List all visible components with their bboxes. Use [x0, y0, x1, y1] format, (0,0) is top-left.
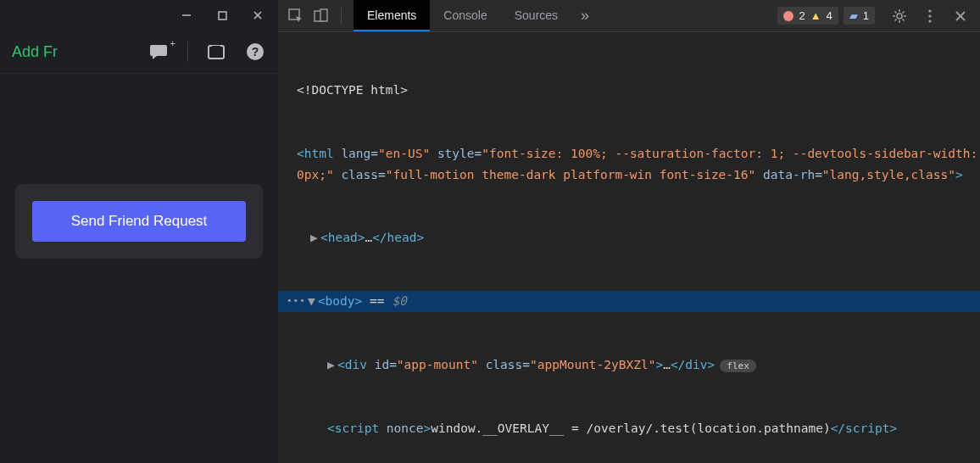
- help-icon[interactable]: ?: [244, 41, 266, 63]
- info-count: 1: [863, 9, 869, 22]
- devtools-pane: Elements Console Sources » 2 ▲4 ▰1: [278, 0, 980, 463]
- device-toolbar-icon[interactable]: [312, 7, 331, 25]
- svg-rect-10: [320, 9, 327, 21]
- devtools-close-icon[interactable]: [951, 7, 970, 25]
- svg-point-11: [897, 14, 902, 19]
- svg-rect-1: [219, 12, 226, 20]
- dom-doctype[interactable]: <!DOCTYPE html>: [287, 80, 980, 101]
- warning-icon: ▲: [810, 9, 821, 22]
- tab-sources[interactable]: Sources: [501, 0, 571, 31]
- devtools-tabs: Elements Console Sources »: [354, 0, 599, 31]
- tab-console[interactable]: Console: [430, 0, 500, 31]
- error-dot-icon: [783, 11, 793, 21]
- new-dm-icon[interactable]: +: [148, 41, 170, 63]
- svg-text:?: ?: [252, 45, 259, 59]
- toolbar-divider: [187, 42, 188, 62]
- app-body: Send Friend Request: [0, 74, 278, 463]
- inbox-icon[interactable]: [205, 41, 227, 63]
- dom-div-app-mount[interactable]: ▶<div id="app-mount" class="appMount-2yB…: [287, 354, 980, 376]
- maximize-button[interactable]: [210, 3, 234, 27]
- plus-badge-icon: +: [170, 38, 175, 48]
- window-titlebar: [0, 0, 278, 31]
- more-tabs-button[interactable]: »: [571, 0, 599, 31]
- dom-body-element-selected[interactable]: •••▼<body> == $0: [278, 291, 980, 312]
- close-button[interactable]: [246, 3, 270, 27]
- warning-count: 4: [827, 9, 832, 22]
- issue-badges[interactable]: 2 ▲4 ▰1: [772, 7, 880, 25]
- dom-script-overlay[interactable]: <script nonce>window.__OVERLAY__ = /over…: [287, 418, 980, 439]
- app-toolbar: Add Fr + ?: [0, 31, 278, 74]
- tab-elements[interactable]: Elements: [354, 0, 430, 31]
- minimize-button[interactable]: [175, 3, 198, 27]
- devtools-toolbar: Elements Console Sources » 2 ▲4 ▰1: [278, 0, 980, 32]
- discord-app-pane: Add Fr + ? Send Friend Request: [0, 0, 278, 463]
- elements-dom-tree[interactable]: <!DOCTYPE html> <html lang="en-US" style…: [278, 32, 980, 463]
- friend-request-card: Send Friend Request: [15, 184, 263, 259]
- kebab-menu-icon[interactable]: [921, 7, 939, 25]
- svg-point-14: [928, 20, 931, 22]
- svg-point-12: [928, 9, 931, 12]
- svg-rect-5: [212, 46, 220, 53]
- svg-point-13: [928, 14, 931, 17]
- dom-head-element[interactable]: ▶<head>…</head>: [287, 227, 980, 248]
- dom-html-element[interactable]: <html lang="en-US" style="font-size: 100…: [287, 143, 980, 186]
- send-friend-request-button[interactable]: Send Friend Request: [32, 201, 246, 242]
- error-count: 2: [799, 9, 805, 22]
- inspect-element-icon[interactable]: [287, 7, 305, 25]
- info-icon: ▰: [849, 9, 858, 22]
- settings-gear-icon[interactable]: [890, 7, 909, 25]
- add-friend-tab[interactable]: Add Fr: [12, 43, 58, 61]
